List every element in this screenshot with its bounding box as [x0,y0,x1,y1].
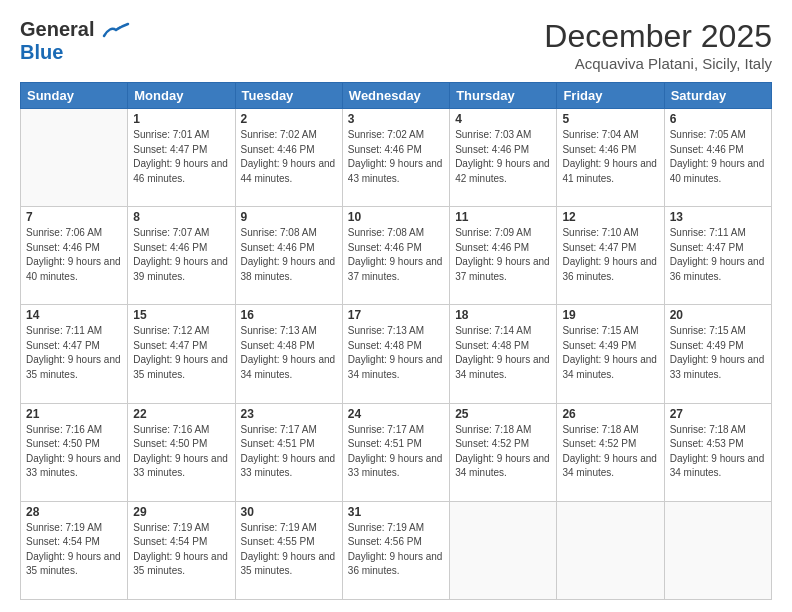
calendar-cell [557,501,664,599]
cell-info: Sunrise: 7:04 AMSunset: 4:46 PMDaylight:… [562,128,658,186]
day-number: 2 [241,112,337,126]
calendar-cell: 20Sunrise: 7:15 AMSunset: 4:49 PMDayligh… [664,305,771,403]
calendar-cell: 17Sunrise: 7:13 AMSunset: 4:48 PMDayligh… [342,305,449,403]
cell-info: Sunrise: 7:01 AMSunset: 4:47 PMDaylight:… [133,128,229,186]
cell-info: Sunrise: 7:02 AMSunset: 4:46 PMDaylight:… [241,128,337,186]
col-header-monday: Monday [128,83,235,109]
calendar-cell: 21Sunrise: 7:16 AMSunset: 4:50 PMDayligh… [21,403,128,501]
calendar-cell: 8Sunrise: 7:07 AMSunset: 4:46 PMDaylight… [128,207,235,305]
cell-info: Sunrise: 7:12 AMSunset: 4:47 PMDaylight:… [133,324,229,382]
logo-blue-text: Blue [20,41,63,63]
title-section: December 2025 Acquaviva Platani, Sicily,… [544,18,772,72]
calendar-cell: 23Sunrise: 7:17 AMSunset: 4:51 PMDayligh… [235,403,342,501]
day-number: 12 [562,210,658,224]
cell-info: Sunrise: 7:17 AMSunset: 4:51 PMDaylight:… [241,423,337,481]
calendar-cell: 1Sunrise: 7:01 AMSunset: 4:47 PMDaylight… [128,109,235,207]
day-number: 29 [133,505,229,519]
cell-info: Sunrise: 7:03 AMSunset: 4:46 PMDaylight:… [455,128,551,186]
location-text: Acquaviva Platani, Sicily, Italy [544,55,772,72]
cell-info: Sunrise: 7:17 AMSunset: 4:51 PMDaylight:… [348,423,444,481]
day-number: 1 [133,112,229,126]
col-header-sunday: Sunday [21,83,128,109]
calendar-cell: 12Sunrise: 7:10 AMSunset: 4:47 PMDayligh… [557,207,664,305]
cell-info: Sunrise: 7:11 AMSunset: 4:47 PMDaylight:… [26,324,122,382]
day-number: 30 [241,505,337,519]
day-number: 18 [455,308,551,322]
cell-info: Sunrise: 7:13 AMSunset: 4:48 PMDaylight:… [241,324,337,382]
day-number: 6 [670,112,766,126]
cell-info: Sunrise: 7:18 AMSunset: 4:53 PMDaylight:… [670,423,766,481]
calendar-week-row: 14Sunrise: 7:11 AMSunset: 4:47 PMDayligh… [21,305,772,403]
calendar-week-row: 21Sunrise: 7:16 AMSunset: 4:50 PMDayligh… [21,403,772,501]
logo-text: General [20,18,130,41]
day-number: 22 [133,407,229,421]
calendar-cell: 10Sunrise: 7:08 AMSunset: 4:46 PMDayligh… [342,207,449,305]
calendar-cell: 24Sunrise: 7:17 AMSunset: 4:51 PMDayligh… [342,403,449,501]
cell-info: Sunrise: 7:15 AMSunset: 4:49 PMDaylight:… [670,324,766,382]
month-year-title: December 2025 [544,18,772,55]
cell-info: Sunrise: 7:15 AMSunset: 4:49 PMDaylight:… [562,324,658,382]
calendar-cell: 31Sunrise: 7:19 AMSunset: 4:56 PMDayligh… [342,501,449,599]
day-number: 3 [348,112,444,126]
calendar-cell: 6Sunrise: 7:05 AMSunset: 4:46 PMDaylight… [664,109,771,207]
calendar-cell: 18Sunrise: 7:14 AMSunset: 4:48 PMDayligh… [450,305,557,403]
calendar-cell: 3Sunrise: 7:02 AMSunset: 4:46 PMDaylight… [342,109,449,207]
day-number: 24 [348,407,444,421]
page: General Blue December 2025 Acquaviva Pla… [0,0,792,612]
cell-info: Sunrise: 7:07 AMSunset: 4:46 PMDaylight:… [133,226,229,284]
cell-info: Sunrise: 7:19 AMSunset: 4:56 PMDaylight:… [348,521,444,579]
col-header-saturday: Saturday [664,83,771,109]
cell-info: Sunrise: 7:10 AMSunset: 4:47 PMDaylight:… [562,226,658,284]
col-header-thursday: Thursday [450,83,557,109]
cell-info: Sunrise: 7:18 AMSunset: 4:52 PMDaylight:… [455,423,551,481]
calendar-cell: 27Sunrise: 7:18 AMSunset: 4:53 PMDayligh… [664,403,771,501]
calendar-header-row: SundayMondayTuesdayWednesdayThursdayFrid… [21,83,772,109]
cell-info: Sunrise: 7:02 AMSunset: 4:46 PMDaylight:… [348,128,444,186]
day-number: 28 [26,505,122,519]
day-number: 14 [26,308,122,322]
day-number: 10 [348,210,444,224]
day-number: 11 [455,210,551,224]
cell-info: Sunrise: 7:19 AMSunset: 4:54 PMDaylight:… [26,521,122,579]
calendar-cell: 28Sunrise: 7:19 AMSunset: 4:54 PMDayligh… [21,501,128,599]
calendar-week-row: 7Sunrise: 7:06 AMSunset: 4:46 PMDaylight… [21,207,772,305]
day-number: 20 [670,308,766,322]
cell-info: Sunrise: 7:05 AMSunset: 4:46 PMDaylight:… [670,128,766,186]
day-number: 4 [455,112,551,126]
cell-info: Sunrise: 7:09 AMSunset: 4:46 PMDaylight:… [455,226,551,284]
day-number: 7 [26,210,122,224]
logo-bird-icon [102,22,130,40]
day-number: 31 [348,505,444,519]
header: General Blue December 2025 Acquaviva Pla… [20,18,772,72]
calendar-cell: 29Sunrise: 7:19 AMSunset: 4:54 PMDayligh… [128,501,235,599]
calendar-cell: 15Sunrise: 7:12 AMSunset: 4:47 PMDayligh… [128,305,235,403]
calendar-cell: 13Sunrise: 7:11 AMSunset: 4:47 PMDayligh… [664,207,771,305]
day-number: 17 [348,308,444,322]
calendar-cell [450,501,557,599]
cell-info: Sunrise: 7:06 AMSunset: 4:46 PMDaylight:… [26,226,122,284]
calendar-cell: 2Sunrise: 7:02 AMSunset: 4:46 PMDaylight… [235,109,342,207]
calendar-cell: 7Sunrise: 7:06 AMSunset: 4:46 PMDaylight… [21,207,128,305]
cell-info: Sunrise: 7:19 AMSunset: 4:55 PMDaylight:… [241,521,337,579]
day-number: 13 [670,210,766,224]
calendar-cell: 26Sunrise: 7:18 AMSunset: 4:52 PMDayligh… [557,403,664,501]
cell-info: Sunrise: 7:11 AMSunset: 4:47 PMDaylight:… [670,226,766,284]
calendar-week-row: 1Sunrise: 7:01 AMSunset: 4:47 PMDaylight… [21,109,772,207]
col-header-tuesday: Tuesday [235,83,342,109]
day-number: 16 [241,308,337,322]
cell-info: Sunrise: 7:16 AMSunset: 4:50 PMDaylight:… [133,423,229,481]
calendar-cell: 16Sunrise: 7:13 AMSunset: 4:48 PMDayligh… [235,305,342,403]
cell-info: Sunrise: 7:19 AMSunset: 4:54 PMDaylight:… [133,521,229,579]
cell-info: Sunrise: 7:13 AMSunset: 4:48 PMDaylight:… [348,324,444,382]
day-number: 27 [670,407,766,421]
cell-info: Sunrise: 7:08 AMSunset: 4:46 PMDaylight:… [241,226,337,284]
day-number: 25 [455,407,551,421]
col-header-friday: Friday [557,83,664,109]
day-number: 26 [562,407,658,421]
calendar-cell: 22Sunrise: 7:16 AMSunset: 4:50 PMDayligh… [128,403,235,501]
day-number: 19 [562,308,658,322]
calendar-cell: 19Sunrise: 7:15 AMSunset: 4:49 PMDayligh… [557,305,664,403]
cell-info: Sunrise: 7:18 AMSunset: 4:52 PMDaylight:… [562,423,658,481]
col-header-wednesday: Wednesday [342,83,449,109]
cell-info: Sunrise: 7:16 AMSunset: 4:50 PMDaylight:… [26,423,122,481]
